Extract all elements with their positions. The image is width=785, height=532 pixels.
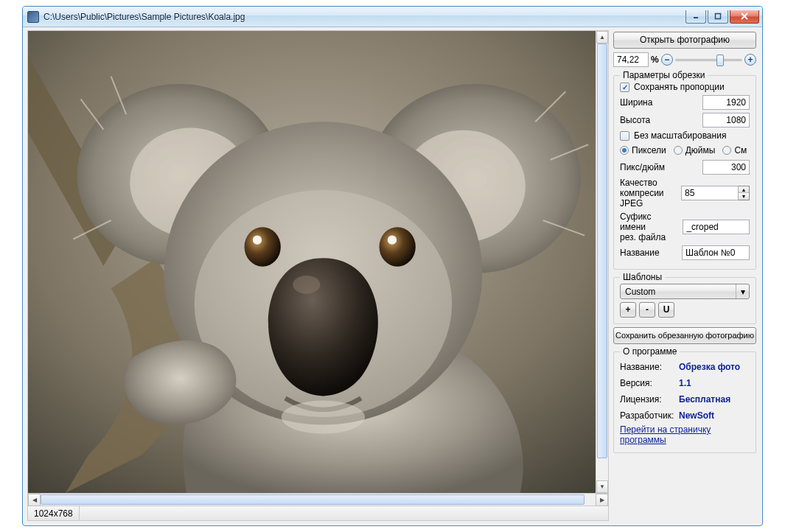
scroll-down-button[interactable]: ▼ — [596, 480, 608, 493]
zoom-value-input[interactable]: 74,22 — [613, 52, 649, 67]
templates-group-title: Шаблоны — [620, 272, 665, 282]
svg-point-14 — [388, 236, 397, 245]
about-license-key: Лицензия: — [620, 394, 679, 405]
svg-point-16 — [282, 401, 365, 434]
about-dev-value: NewSoft — [679, 410, 714, 421]
templates-dropdown[interactable]: Custom ▾ — [620, 284, 750, 299]
titlebar[interactable]: C:\Users\Public\Pictures\Sample Pictures… — [23, 7, 762, 27]
unit-cm-radio[interactable]: См — [722, 145, 747, 155]
svg-rect-1 — [716, 14, 721, 19]
width-input[interactable]: 1920 — [702, 95, 750, 110]
app-window: C:\Users\Public\Pictures\Sample Pictures… — [22, 6, 763, 526]
ppi-input[interactable]: 300 — [702, 160, 750, 175]
horizontal-scrollbar[interactable]: ◀ ▶ — [27, 494, 609, 506]
suffix-input[interactable]: _croped — [683, 220, 750, 234]
zoom-slider[interactable] — [675, 53, 742, 66]
crop-params-group: Параметры обрезки ✓ Сохранять пропорции … — [613, 75, 756, 270]
zoom-slider-thumb[interactable] — [716, 55, 724, 66]
about-dev-key: Разработчик: — [620, 410, 679, 421]
koala-photo — [28, 31, 596, 493]
status-bar: 1024x768 — [27, 506, 609, 521]
about-name-value: Обрезка фото — [679, 362, 740, 372]
height-input[interactable]: 1080 — [702, 113, 750, 127]
app-icon — [27, 11, 39, 23]
ppi-label: Пикс/дюйм — [620, 162, 665, 172]
height-label: Высота — [620, 115, 650, 125]
zoom-percent-label: % — [651, 55, 659, 65]
keep-ratio-label: Сохранять пропорции — [634, 82, 725, 92]
jpeg-quality-spinner[interactable]: ▲ ▼ — [739, 186, 750, 200]
crop-group-title: Параметры обрезки — [620, 70, 708, 80]
spin-down-icon[interactable]: ▼ — [739, 193, 749, 200]
spin-up-icon[interactable]: ▲ — [739, 186, 749, 193]
unit-pixels-radio[interactable]: Пиксели — [620, 145, 666, 155]
no-scale-label: Без масштабирования — [634, 130, 726, 141]
about-license-value: Бесплатная — [679, 394, 730, 405]
chevron-down-icon: ▾ — [736, 284, 749, 298]
scroll-up-button[interactable]: ▲ — [596, 31, 608, 43]
about-name-key: Название: — [620, 362, 679, 372]
svg-point-11 — [245, 227, 281, 266]
zoom-in-button[interactable]: + — [744, 54, 756, 66]
preset-name-input[interactable]: Шаблон №0 — [682, 245, 750, 260]
template-remove-button[interactable]: - — [639, 302, 655, 318]
templates-selected: Custom — [625, 287, 655, 297]
window-title: C:\Users\Public\Pictures\Sample Pictures… — [43, 12, 685, 22]
scroll-left-button[interactable]: ◀ — [28, 494, 41, 506]
preset-name-label: Название — [620, 248, 660, 258]
close-button[interactable] — [730, 10, 759, 24]
svg-point-12 — [379, 227, 415, 266]
open-photo-button[interactable]: Открыть фотографию — [613, 32, 756, 49]
svg-point-13 — [253, 236, 262, 245]
vertical-scrollbar[interactable]: ▲ ▼ — [596, 31, 608, 493]
template-update-button[interactable]: U — [658, 302, 674, 318]
status-dimensions: 1024x768 — [28, 506, 80, 520]
hscroll-thumb[interactable] — [41, 494, 585, 505]
about-group: О программе Название:Обрезка фото Версия… — [613, 351, 756, 453]
templates-group: Шаблоны Custom ▾ + - U — [613, 277, 756, 324]
vscroll-thumb[interactable] — [597, 43, 607, 458]
keep-ratio-checkbox[interactable]: ✓ — [620, 83, 629, 92]
zoom-out-button[interactable]: − — [661, 54, 673, 66]
width-label: Ширина — [620, 97, 652, 108]
side-panel: Открыть фотографию 74,22 % − + Параметры… — [612, 30, 758, 521]
unit-inches-radio[interactable]: Дюймы — [674, 145, 716, 155]
suffix-label: Суфикс именирез. файла — [620, 211, 678, 242]
scroll-right-button[interactable]: ▶ — [596, 494, 608, 506]
jpeg-quality-input[interactable]: 85 — [681, 186, 739, 200]
image-canvas[interactable] — [28, 31, 596, 493]
about-version-value: 1.1 — [679, 378, 691, 388]
about-version-key: Версия: — [620, 378, 679, 388]
no-scale-checkbox[interactable]: ✓ — [620, 131, 629, 141]
about-group-title: О программе — [620, 346, 680, 357]
save-cropped-button[interactable]: Сохранить обрезанную фотографию — [613, 327, 756, 344]
minimize-button[interactable] — [685, 10, 706, 24]
maximize-button[interactable] — [708, 10, 728, 24]
about-homepage-link[interactable]: Перейти на страничку программы — [620, 424, 750, 445]
template-add-button[interactable]: + — [620, 302, 636, 318]
image-viewer: ▲ ▼ ◀ ▶ 1024x768 — [27, 30, 609, 521]
svg-point-15 — [293, 276, 320, 294]
jpeg-quality-label: Качествокомпресии JPEG — [620, 178, 677, 209]
